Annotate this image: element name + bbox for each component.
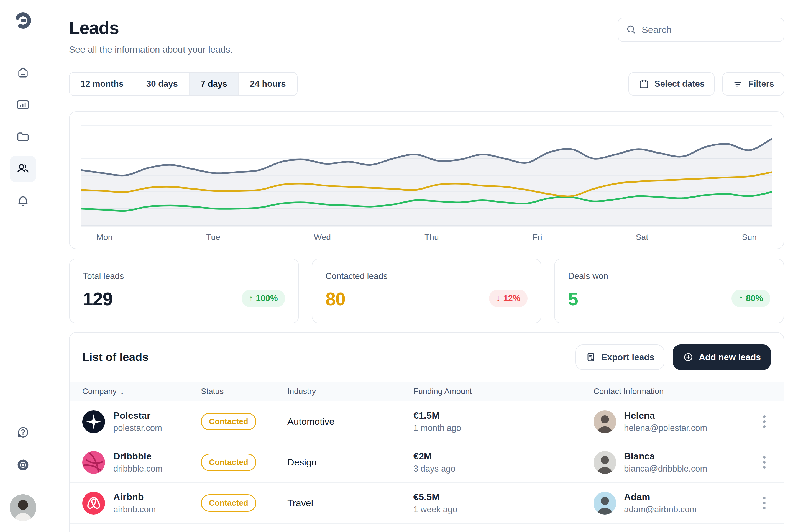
- sidebar-item-settings[interactable]: [10, 452, 36, 478]
- sidebar-item-analytics[interactable]: [10, 92, 36, 118]
- app-root: Leads See all the information about your…: [0, 0, 798, 532]
- company-cell: Dribbble dribbble.com: [82, 451, 201, 474]
- funding-amount: €1.5M: [413, 410, 593, 421]
- contact-cell: Helena helena@polestar.com: [593, 410, 756, 433]
- status-badge: Contacted: [201, 454, 256, 471]
- sidebar-item-home[interactable]: [10, 59, 36, 86]
- x-axis-label: Sat: [636, 232, 648, 242]
- calendar-icon: [639, 78, 649, 90]
- table-header: Company↓ Status Industry Funding Amount …: [70, 382, 784, 401]
- help-icon: [16, 425, 30, 439]
- filters-button[interactable]: Filters: [722, 72, 784, 96]
- bar-chart-icon: [16, 97, 30, 112]
- stat-card: Deals won 5 ↑80%: [554, 259, 784, 323]
- contact-avatar: [593, 451, 616, 474]
- brand-logo-icon[interactable]: [14, 12, 32, 30]
- sidebar-item-projects[interactable]: [10, 124, 36, 150]
- status-badge: Contacted: [201, 494, 256, 512]
- company-domain: dribbble.com: [113, 464, 163, 474]
- range-tab[interactable]: 12 months: [70, 73, 135, 95]
- column-header-company[interactable]: Company↓: [82, 386, 201, 396]
- table-row[interactable]: Airbnb airbnb.com Contacted Travel €5.5M…: [70, 483, 784, 524]
- table-row[interactable]: Dribbble dribbble.com Contacted Design €…: [70, 442, 784, 483]
- x-axis-label: Tue: [206, 232, 220, 242]
- column-header-contact[interactable]: Contact Information: [593, 387, 756, 396]
- export-icon: [585, 352, 596, 363]
- select-dates-button[interactable]: Select dates: [628, 72, 715, 96]
- contact-avatar: [593, 492, 616, 515]
- sidebar-item-notifications[interactable]: [10, 188, 36, 214]
- page-header: Leads See all the information about your…: [69, 18, 233, 55]
- toolbar: 12 months30 days7 days24 hours Select da…: [69, 72, 784, 96]
- trend-arrow-icon: ↑: [739, 293, 743, 303]
- trend-arrow-icon: ↓: [496, 293, 501, 303]
- contact-email: bianca@dribbble.com: [624, 464, 707, 474]
- plus-circle-icon: [683, 352, 694, 363]
- search-box[interactable]: [618, 18, 784, 41]
- contact-avatar: [593, 410, 616, 433]
- row-menu-button[interactable]: [756, 494, 773, 512]
- row-menu-button[interactable]: [756, 453, 773, 471]
- contact-cell: Adam adam@airbnb.com: [593, 492, 756, 515]
- leads-chart-card: MonTueWedThuFriSatSun: [69, 111, 784, 249]
- funding-time-ago: 1 week ago: [413, 505, 593, 515]
- trend-arrow-icon: ↑: [249, 293, 253, 303]
- contact-name: Adam: [624, 492, 697, 502]
- stats-row: Total leads 129 ↑100% Contacted leads 80…: [69, 259, 784, 323]
- add-new-leads-label: Add new leads: [699, 352, 761, 362]
- leads-list-card: List of leads Export leads: [69, 332, 784, 532]
- industry-value: Travel: [287, 498, 413, 509]
- contact-name: Helena: [624, 410, 707, 421]
- contact-email: helena@polestar.com: [624, 423, 707, 433]
- export-leads-button[interactable]: Export leads: [575, 344, 664, 370]
- row-menu-button[interactable]: [756, 413, 773, 431]
- range-tab[interactable]: 24 hours: [239, 73, 297, 95]
- polestar-logo: [82, 410, 105, 433]
- stat-card: Contacted leads 80 ↓12%: [312, 259, 542, 323]
- company-name: Airbnb: [113, 492, 156, 502]
- search-input[interactable]: [642, 24, 776, 35]
- range-tab[interactable]: 7 days: [190, 73, 239, 95]
- stat-label: Deals won: [568, 271, 770, 281]
- table-body: Polestar polestar.com Contacted Automoti…: [70, 401, 784, 532]
- contact-cell: Bianca bianca@dribbble.com: [593, 451, 756, 474]
- table-row[interactable]: Stripe €3.5M Simeon: [70, 524, 784, 532]
- leads-list-title: List of leads: [82, 351, 149, 364]
- range-tab[interactable]: 30 days: [135, 73, 190, 95]
- stat-change-badge: ↓12%: [489, 289, 528, 307]
- search-icon: [626, 24, 637, 35]
- date-range-tabs: 12 months30 days7 days24 hours: [69, 72, 298, 96]
- sidebar-item-leads[interactable]: [10, 156, 36, 182]
- company-cell: Polestar polestar.com: [82, 410, 201, 433]
- stat-card: Total leads 129 ↑100%: [69, 259, 299, 323]
- users-icon: [16, 162, 30, 176]
- column-header-industry[interactable]: Industry: [287, 387, 413, 396]
- x-axis-label: Wed: [314, 232, 331, 242]
- funding-amount: €2M: [413, 451, 593, 462]
- sidebar-item-help[interactable]: [10, 419, 36, 445]
- x-axis-label: Sun: [742, 232, 757, 242]
- funding-time-ago: 3 days ago: [413, 464, 593, 474]
- export-leads-label: Export leads: [601, 352, 654, 362]
- sidebar-nav: [10, 59, 36, 214]
- x-axis-label: Fri: [533, 232, 542, 242]
- sort-desc-icon: ↓: [120, 386, 124, 396]
- funding-time-ago: 1 month ago: [413, 423, 593, 433]
- contact-name: Bianca: [624, 451, 707, 462]
- stat-label: Total leads: [83, 271, 285, 281]
- add-new-leads-button[interactable]: Add new leads: [673, 344, 771, 370]
- stat-change-badge: ↑100%: [242, 289, 285, 307]
- column-header-status[interactable]: Status: [201, 387, 287, 396]
- dribbble-logo: [82, 451, 105, 474]
- column-header-funding[interactable]: Funding Amount: [413, 387, 593, 396]
- status-badge: Contacted: [201, 413, 256, 430]
- leads-line-chart: [81, 123, 772, 227]
- x-axis-label: Thu: [424, 232, 439, 242]
- sidebar: [0, 0, 46, 532]
- page-title: Leads: [69, 18, 233, 38]
- user-avatar[interactable]: [10, 494, 36, 521]
- funding-amount: €5.5M: [413, 492, 593, 502]
- table-row[interactable]: Polestar polestar.com Contacted Automoti…: [70, 401, 784, 442]
- filter-icon: [732, 78, 743, 90]
- folder-icon: [16, 130, 30, 144]
